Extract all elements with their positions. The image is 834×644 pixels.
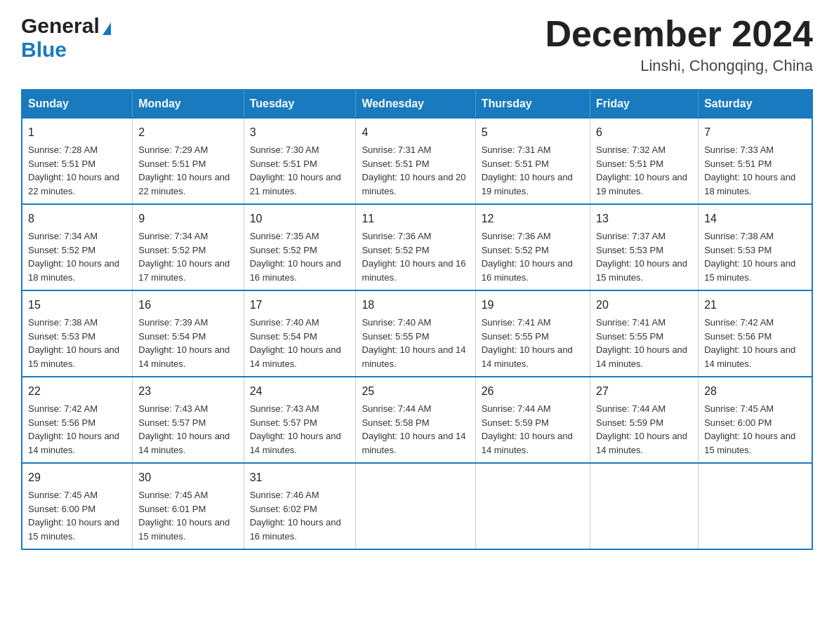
calendar-week-row: 29Sunrise: 7:45 AMSunset: 6:00 PMDayligh… <box>22 463 812 549</box>
calendar-week-row: 15Sunrise: 7:38 AMSunset: 5:53 PMDayligh… <box>22 290 812 377</box>
calendar-day-cell: 13Sunrise: 7:37 AMSunset: 5:53 PMDayligh… <box>590 204 698 290</box>
day-number: 30 <box>138 469 237 486</box>
calendar-day-cell: 10Sunrise: 7:35 AMSunset: 5:52 PMDayligh… <box>244 204 356 290</box>
month-title: December 2024 <box>545 14 813 54</box>
calendar-day-cell: 3Sunrise: 7:30 AMSunset: 5:51 PMDaylight… <box>244 118 356 204</box>
calendar-day-cell <box>590 463 698 549</box>
day-info: Sunrise: 7:46 AMSunset: 6:02 PMDaylight:… <box>250 490 341 542</box>
calendar-day-cell: 7Sunrise: 7:33 AMSunset: 5:51 PMDaylight… <box>699 118 812 204</box>
calendar-day-cell: 9Sunrise: 7:34 AMSunset: 5:52 PMDaylight… <box>133 204 244 290</box>
header-sunday: Sunday <box>22 90 133 118</box>
header-tuesday: Tuesday <box>244 90 356 118</box>
day-info: Sunrise: 7:44 AMSunset: 5:59 PMDaylight:… <box>596 403 687 455</box>
day-info: Sunrise: 7:41 AMSunset: 5:55 PMDaylight:… <box>596 317 687 369</box>
calendar-day-cell: 22Sunrise: 7:42 AMSunset: 5:56 PMDayligh… <box>22 377 133 463</box>
calendar-day-cell: 20Sunrise: 7:41 AMSunset: 5:55 PMDayligh… <box>590 290 698 377</box>
calendar-day-cell: 16Sunrise: 7:39 AMSunset: 5:54 PMDayligh… <box>133 290 244 377</box>
day-number: 26 <box>482 383 584 400</box>
logo: General Blue <box>21 14 111 62</box>
day-number: 8 <box>28 210 126 227</box>
day-number: 12 <box>482 210 584 227</box>
day-info: Sunrise: 7:31 AMSunset: 5:51 PMDaylight:… <box>362 145 465 196</box>
calendar-week-row: 22Sunrise: 7:42 AMSunset: 5:56 PMDayligh… <box>22 377 812 463</box>
logo-triangle-icon <box>102 22 111 35</box>
calendar-day-cell: 31Sunrise: 7:46 AMSunset: 6:02 PMDayligh… <box>244 463 356 549</box>
day-info: Sunrise: 7:40 AMSunset: 5:54 PMDaylight:… <box>250 317 341 369</box>
calendar-day-cell: 14Sunrise: 7:38 AMSunset: 5:53 PMDayligh… <box>699 204 812 290</box>
day-info: Sunrise: 7:31 AMSunset: 5:51 PMDaylight:… <box>482 145 573 196</box>
day-number: 6 <box>596 124 692 141</box>
calendar-day-cell: 26Sunrise: 7:44 AMSunset: 5:59 PMDayligh… <box>475 377 590 463</box>
calendar-day-cell: 5Sunrise: 7:31 AMSunset: 5:51 PMDaylight… <box>475 118 590 204</box>
day-info: Sunrise: 7:43 AMSunset: 5:57 PMDaylight:… <box>138 403 230 455</box>
calendar-day-cell: 21Sunrise: 7:42 AMSunset: 5:56 PMDayligh… <box>699 290 812 377</box>
calendar-day-cell: 11Sunrise: 7:36 AMSunset: 5:52 PMDayligh… <box>356 204 475 290</box>
day-info: Sunrise: 7:35 AMSunset: 5:52 PMDaylight:… <box>250 231 341 283</box>
calendar-day-cell: 28Sunrise: 7:45 AMSunset: 6:00 PMDayligh… <box>699 377 812 463</box>
day-number: 9 <box>138 210 237 227</box>
logo-general-text: General <box>21 14 100 38</box>
day-info: Sunrise: 7:43 AMSunset: 5:57 PMDaylight:… <box>250 403 341 455</box>
calendar-week-row: 8Sunrise: 7:34 AMSunset: 5:52 PMDaylight… <box>22 204 812 290</box>
logo-blue-text: Blue <box>21 38 67 61</box>
day-number: 13 <box>596 210 692 227</box>
day-info: Sunrise: 7:44 AMSunset: 5:59 PMDaylight:… <box>482 403 573 455</box>
day-number: 1 <box>28 124 126 141</box>
header-saturday: Saturday <box>699 90 812 118</box>
location-title: Linshi, Chongqing, China <box>545 57 813 75</box>
day-number: 15 <box>28 297 126 314</box>
day-info: Sunrise: 7:36 AMSunset: 5:52 PMDaylight:… <box>482 231 573 283</box>
day-info: Sunrise: 7:42 AMSunset: 5:56 PMDaylight:… <box>28 403 119 455</box>
calendar-day-cell: 19Sunrise: 7:41 AMSunset: 5:55 PMDayligh… <box>475 290 590 377</box>
day-info: Sunrise: 7:37 AMSunset: 5:53 PMDaylight:… <box>596 231 687 283</box>
calendar-day-cell: 30Sunrise: 7:45 AMSunset: 6:01 PMDayligh… <box>133 463 244 549</box>
day-number: 31 <box>250 469 350 486</box>
day-number: 24 <box>250 383 350 400</box>
day-info: Sunrise: 7:42 AMSunset: 5:56 PMDaylight:… <box>704 317 795 369</box>
calendar-day-cell: 2Sunrise: 7:29 AMSunset: 5:51 PMDaylight… <box>133 118 244 204</box>
day-info: Sunrise: 7:45 AMSunset: 6:00 PMDaylight:… <box>704 403 795 455</box>
day-info: Sunrise: 7:36 AMSunset: 5:52 PMDaylight:… <box>362 231 465 283</box>
day-number: 2 <box>138 124 237 141</box>
day-info: Sunrise: 7:44 AMSunset: 5:58 PMDaylight:… <box>362 403 465 455</box>
day-info: Sunrise: 7:45 AMSunset: 6:01 PMDaylight:… <box>138 490 230 542</box>
day-number: 5 <box>482 124 584 141</box>
day-info: Sunrise: 7:45 AMSunset: 6:00 PMDaylight:… <box>28 490 119 542</box>
calendar-table: SundayMondayTuesdayWednesdayThursdayFrid… <box>21 89 813 550</box>
day-info: Sunrise: 7:33 AMSunset: 5:51 PMDaylight:… <box>704 145 795 196</box>
day-number: 3 <box>250 124 350 141</box>
header-monday: Monday <box>133 90 244 118</box>
calendar-day-cell: 27Sunrise: 7:44 AMSunset: 5:59 PMDayligh… <box>590 377 698 463</box>
calendar-day-cell <box>356 463 475 549</box>
day-info: Sunrise: 7:32 AMSunset: 5:51 PMDaylight:… <box>596 145 687 196</box>
day-number: 14 <box>704 210 806 227</box>
calendar-day-cell: 1Sunrise: 7:28 AMSunset: 5:51 PMDaylight… <box>22 118 133 204</box>
day-number: 10 <box>250 210 350 227</box>
calendar-week-row: 1Sunrise: 7:28 AMSunset: 5:51 PMDaylight… <box>22 118 812 204</box>
day-info: Sunrise: 7:28 AMSunset: 5:51 PMDaylight:… <box>28 145 119 196</box>
day-info: Sunrise: 7:40 AMSunset: 5:55 PMDaylight:… <box>362 317 465 369</box>
header-thursday: Thursday <box>475 90 590 118</box>
title-block: December 2024 Linshi, Chongqing, China <box>545 14 813 75</box>
day-number: 4 <box>362 124 469 141</box>
calendar-day-cell: 23Sunrise: 7:43 AMSunset: 5:57 PMDayligh… <box>133 377 244 463</box>
day-number: 11 <box>362 210 469 227</box>
day-number: 28 <box>704 383 806 400</box>
day-number: 27 <box>596 383 692 400</box>
header-friday: Friday <box>590 90 698 118</box>
day-number: 22 <box>28 383 126 400</box>
page-header: General Blue December 2024 Linshi, Chong… <box>21 14 813 75</box>
day-info: Sunrise: 7:29 AMSunset: 5:51 PMDaylight:… <box>138 145 230 196</box>
day-number: 29 <box>28 469 126 486</box>
calendar-header-row: SundayMondayTuesdayWednesdayThursdayFrid… <box>22 90 812 118</box>
day-info: Sunrise: 7:30 AMSunset: 5:51 PMDaylight:… <box>250 145 341 196</box>
day-info: Sunrise: 7:38 AMSunset: 5:53 PMDaylight:… <box>28 317 119 369</box>
day-info: Sunrise: 7:34 AMSunset: 5:52 PMDaylight:… <box>138 231 230 283</box>
day-info: Sunrise: 7:41 AMSunset: 5:55 PMDaylight:… <box>482 317 573 369</box>
day-number: 17 <box>250 297 350 314</box>
day-number: 23 <box>138 383 237 400</box>
calendar-day-cell: 12Sunrise: 7:36 AMSunset: 5:52 PMDayligh… <box>475 204 590 290</box>
day-info: Sunrise: 7:38 AMSunset: 5:53 PMDaylight:… <box>704 231 795 283</box>
calendar-day-cell <box>699 463 812 549</box>
day-number: 25 <box>362 383 469 400</box>
